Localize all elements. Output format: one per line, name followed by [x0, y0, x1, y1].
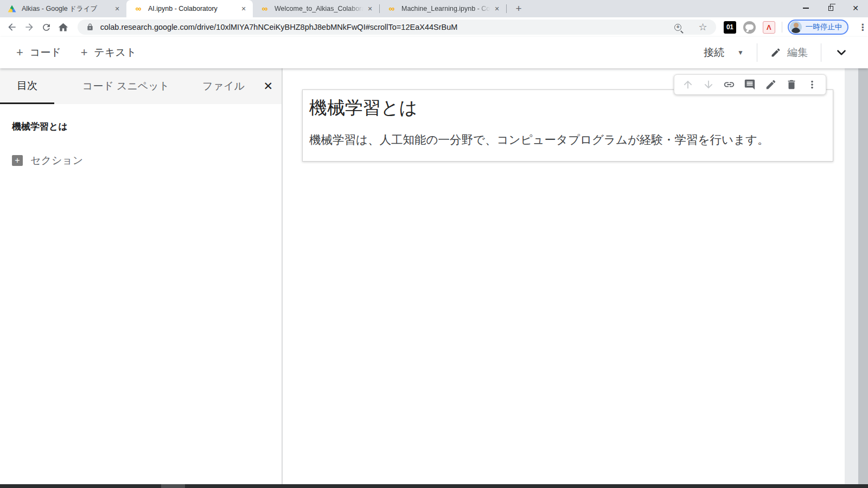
home-button[interactable]	[56, 20, 71, 35]
sidebar: 目次 コード スニペット ファイル ✕ 機械学習とは + セクション	[0, 68, 283, 484]
add-code-button[interactable]: + コード	[16, 46, 61, 60]
tab-close-icon[interactable]: ✕	[239, 4, 248, 14]
minimize-icon	[803, 8, 809, 8]
adobe-pdf-extension-icon[interactable]: Λ	[763, 21, 775, 34]
divider	[821, 43, 821, 62]
tab-title: Alkias - Google ドライブ	[22, 4, 112, 14]
tab-ai-ipynb-active[interactable]: ∞ AI.ipynb - Colaboratory ✕	[126, 0, 253, 17]
tab-google-drive[interactable]: Alkias - Google ドライブ ✕	[0, 0, 126, 17]
colab-favicon-icon: ∞	[134, 4, 143, 13]
pencil-icon	[770, 47, 781, 58]
toc-heading-link[interactable]: 機械学習とは	[12, 120, 270, 133]
extensions-area: 01 Λ	[724, 21, 775, 34]
add-text-button[interactable]: + テキスト	[81, 46, 137, 60]
lock-icon	[86, 23, 94, 31]
add-comment-button[interactable]	[743, 78, 756, 91]
content-row: 目次 コード スニペット ファイル ✕ 機械学習とは + セクション 機械学習と…	[0, 68, 868, 484]
tab-title: Welcome_to_Alkias_Colaboratory	[275, 5, 365, 12]
colab-favicon-icon: ∞	[260, 4, 269, 13]
home-icon	[58, 22, 69, 33]
zoom-page-button[interactable]	[671, 20, 686, 35]
forward-button[interactable]	[22, 20, 37, 35]
forward-icon	[24, 22, 35, 33]
back-button[interactable]	[4, 20, 20, 35]
edit-mode-button[interactable]: 編集	[770, 46, 808, 60]
avatar	[790, 21, 802, 33]
plus-icon: +	[81, 47, 88, 59]
text-cell[interactable]: 機械学習とは 機械学習は、人工知能の一分野で、コンピュータプログラムが経験・学習…	[302, 89, 833, 162]
tab-title: AI.ipynb - Colaboratory	[148, 5, 239, 12]
add-text-label: テキスト	[94, 46, 137, 60]
close-icon: ✕	[852, 4, 859, 12]
restore-button[interactable]	[818, 0, 843, 16]
browser-menu-button[interactable]: ⋮	[857, 22, 868, 33]
caret-down-icon: ▼	[737, 49, 744, 56]
arrow-up-icon	[682, 79, 694, 91]
sidebar-tab-toc[interactable]: 目次	[0, 68, 54, 104]
browser-window: Alkias - Google ドライブ ✕ ∞ AI.ipynb - Cola…	[0, 0, 868, 488]
extension-01-icon[interactable]: 01	[724, 21, 736, 34]
notebook-area: 機械学習とは 機械学習は、人工知能の一分野で、コンピュータプログラムが経験・学習…	[283, 68, 868, 484]
tab-machine-learning[interactable]: ∞ Machine_Learning.ipynb - Colab ✕	[380, 0, 506, 17]
move-cell-up-button[interactable]	[681, 78, 694, 91]
sidebar-tab-files[interactable]: ファイル	[196, 68, 251, 104]
new-tab-button[interactable]: +	[511, 1, 526, 16]
add-code-label: コード	[30, 46, 61, 60]
tab-close-icon[interactable]: ✕	[492, 4, 502, 14]
reload-button[interactable]	[39, 20, 54, 35]
copy-cell-link-button[interactable]	[723, 78, 736, 91]
url-text[interactable]: colab.research.google.com/drive/10xlMIYA…	[100, 23, 458, 31]
connect-button[interactable]: 接続 ▼	[704, 46, 744, 60]
connect-label: 接続	[704, 46, 724, 60]
plus-icon: +	[16, 47, 23, 59]
bookmark-star-icon[interactable]: ☆	[699, 22, 707, 32]
pencil-icon	[765, 79, 777, 91]
magnifier-plus-icon	[674, 24, 681, 31]
delete-cell-button[interactable]	[785, 78, 798, 91]
restore-icon	[828, 6, 833, 11]
collapse-header-button[interactable]	[834, 46, 848, 60]
comment-icon	[744, 79, 756, 91]
profile-status-label: 一時停止中	[806, 22, 843, 32]
reload-icon	[41, 22, 52, 33]
chevron-down-icon	[834, 46, 848, 60]
trash-icon	[786, 79, 797, 91]
taskbar-segment	[161, 484, 185, 488]
divider	[782, 22, 782, 33]
move-cell-down-button[interactable]	[702, 78, 715, 91]
line-extension-icon[interactable]	[743, 21, 756, 34]
tab-strip: Alkias - Google ドライブ ✕ ∞ AI.ipynb - Cola…	[0, 0, 868, 17]
cell-toolbar	[674, 74, 826, 95]
scrollbar-track[interactable]	[845, 68, 858, 484]
taskbar-edge	[0, 484, 868, 488]
add-section-button[interactable]: + セクション	[12, 153, 270, 168]
colab-favicon-icon: ∞	[387, 4, 396, 13]
profile-chip[interactable]: 一時停止中	[788, 20, 849, 35]
sidebar-tab-code-snippets[interactable]: コード スニペット	[68, 68, 183, 104]
close-button[interactable]: ✕	[843, 0, 868, 16]
cell-title: 機械学習とは	[309, 98, 825, 118]
address-bar[interactable]: colab.research.google.com/drive/10xlMIYA…	[78, 20, 716, 35]
tab-welcome-colab[interactable]: ∞ Welcome_to_Alkias_Colaboratory ✕	[253, 0, 379, 17]
kebab-icon	[806, 79, 818, 91]
colab-toolbar: + コード + テキスト 接続 ▼ 編集	[0, 37, 868, 68]
sidebar-close-icon[interactable]: ✕	[263, 80, 273, 93]
scrollbar-thumb[interactable]	[858, 68, 868, 484]
google-drive-favicon-icon	[8, 4, 16, 13]
divider	[757, 43, 757, 62]
sidebar-toc-content: 機械学習とは + セクション	[0, 104, 282, 184]
edit-label: 編集	[787, 46, 808, 60]
back-icon	[7, 22, 17, 33]
edit-cell-button[interactable]	[764, 78, 777, 91]
tab-close-icon[interactable]: ✕	[365, 4, 375, 14]
sidebar-tab-header: 目次 コード スニペット ファイル ✕	[0, 68, 282, 104]
arrow-down-icon	[703, 79, 714, 91]
plus-box-icon: +	[12, 155, 23, 166]
window-controls: ✕	[793, 0, 868, 16]
tab-separator	[506, 4, 507, 13]
link-icon	[723, 79, 735, 91]
cell-more-options-button[interactable]	[806, 78, 819, 91]
minimize-button[interactable]	[793, 0, 818, 16]
navigation-bar: colab.research.google.com/drive/10xlMIYA…	[0, 17, 868, 37]
tab-close-icon[interactable]: ✕	[112, 4, 122, 14]
